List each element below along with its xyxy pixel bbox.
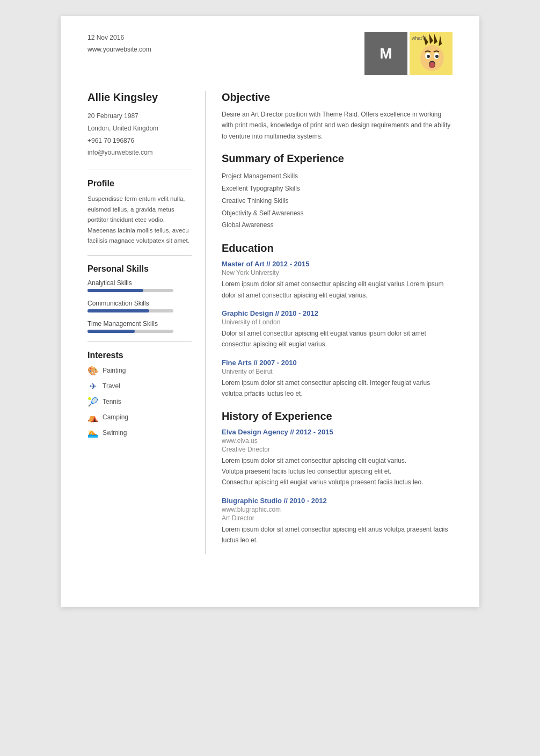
header-meta: 12 Nov 2016 www.yourwebsite.com (87, 32, 151, 55)
divider-2 (87, 255, 192, 256)
summary-item-1: Project Management Skills (222, 170, 453, 183)
history-role-2: Art Director (222, 514, 453, 522)
header-date: 12 Nov 2016 (87, 32, 151, 44)
edu-school-2: University of London (222, 318, 453, 326)
person-dob: 20 February 1987 (87, 110, 192, 122)
summary-list: Project Management Skills Excellent Typo… (222, 170, 453, 231)
profile-text: Suspendisse ferm entum velit nulla, euis… (87, 194, 192, 246)
person-name: Allie Kingsley (87, 91, 192, 104)
svg-point-8 (435, 55, 439, 58)
edu-degree-3: Fine Arts // 2007 - 2010 (222, 359, 453, 367)
skill-label-analytical: Analytical Skills (87, 279, 192, 287)
skill-bar-fill-analytical (87, 289, 143, 292)
edu-desc-3: Lorem ipsum dolor sit amet consecttur ap… (222, 377, 453, 399)
history-role-1: Creative Director (222, 446, 453, 453)
skill-bar-bg-analytical (87, 289, 173, 292)
travel-icon: ✈ (87, 381, 98, 391)
svg-point-10 (429, 62, 435, 68)
summary-item-3: Creative Thinking Skills (222, 195, 453, 207)
summary-item-4: Objectivity & Self Awareness (222, 207, 453, 220)
interest-camping-label: Camping (103, 413, 128, 421)
edu-school-3: Univerity of Beirut (222, 368, 453, 375)
history-desc-2: Lorem ipsum dolor sit amet consecttur ap… (222, 524, 453, 546)
divider-3 (87, 341, 192, 342)
interest-painting: 🎨 Painting (87, 366, 192, 376)
painting-icon: 🎨 (87, 366, 98, 376)
summary-item-5: Global Awareness (222, 219, 453, 231)
svg-marker-1 (429, 33, 433, 44)
interest-travel: ✈ Travel (87, 381, 192, 391)
interests-title: Interests (87, 351, 192, 360)
svg-marker-2 (434, 34, 437, 44)
skill-item-analytical: Analytical Skills (87, 279, 192, 292)
cartoon-svg: what?! (410, 32, 453, 75)
edu-degree-2: Graphic Design // 2010 - 2012 (222, 309, 453, 317)
left-column: Allie Kingsley 20 February 1987 London, … (87, 91, 206, 554)
education-title: Education (222, 242, 453, 255)
skill-item-time: Time Management Skills (87, 320, 192, 333)
divider-1 (87, 170, 192, 170)
edu-desc-1: Lorem ipsum dolor sit amet consecttur ap… (222, 279, 453, 301)
svg-marker-3 (439, 35, 442, 46)
interests-list: 🎨 Painting ✈ Travel 🎾 Tennis ⛺ Camping 🏊 (87, 366, 192, 438)
person-phone: +961 70 196876 (87, 135, 192, 147)
edu-desc-2: Dolor sit amet consecttur apiscing elit … (222, 328, 453, 350)
header-monogram: M (364, 32, 407, 75)
history-url-1: www.elva.us (222, 437, 453, 445)
interest-camping: ⛺ Camping (87, 412, 192, 423)
interest-tennis-label: Tennis (103, 398, 121, 405)
history-company-2: Blugraphic Studio // 2010 - 2012 (222, 497, 453, 505)
interest-swimming: 🏊 Swiming (87, 428, 192, 438)
objective-title: Objective (222, 91, 453, 104)
history-title: History of Experience (222, 410, 453, 423)
history-company-1: Elva Design Agency // 2012 - 2015 (222, 428, 453, 436)
header-images: M (364, 32, 453, 75)
interest-swimming-label: Swiming (103, 429, 127, 437)
header: 12 Nov 2016 www.yourwebsite.com M (61, 16, 479, 86)
skill-bar-bg-time (87, 330, 173, 333)
summary-title: Summary of Experience (222, 152, 453, 165)
interest-painting-label: Painting (103, 367, 126, 374)
skill-item-communication: Communication Skills (87, 300, 192, 312)
edu-school-1: New York University (222, 269, 453, 277)
skill-bar-fill-communication (87, 309, 149, 312)
edu-entry-2: Graphic Design // 2010 - 2012 University… (222, 309, 453, 350)
skill-bar-bg-communication (87, 309, 173, 312)
resume-page: 12 Nov 2016 www.yourwebsite.com M (61, 16, 479, 607)
tennis-icon: 🎾 (87, 397, 98, 407)
person-location: London, United Kingdom (87, 122, 192, 135)
history-entry-1: Elva Design Agency // 2012 - 2015 www.el… (222, 428, 453, 488)
interest-tennis: 🎾 Tennis (87, 397, 192, 407)
summary-item-2: Excellent Typography Skills (222, 183, 453, 195)
person-details: 20 February 1987 London, United Kingdom … (87, 110, 192, 159)
right-column: Objective Desire an Art Director positio… (222, 91, 453, 554)
edu-degree-1: Master of Art // 2012 - 2015 (222, 260, 453, 268)
skill-bar-fill-time (87, 330, 135, 333)
skill-label-time: Time Management Skills (87, 320, 192, 328)
svg-point-7 (427, 55, 430, 58)
person-email: info@yourwebsite.com (87, 147, 192, 159)
skill-label-communication: Communication Skills (87, 300, 192, 307)
history-url-2: www.blugraphic.com (222, 506, 453, 513)
svg-text:what?!: what?! (411, 35, 426, 41)
skills-list: Analytical Skills Communication Skills T… (87, 279, 192, 333)
interest-travel-label: Travel (103, 382, 120, 390)
content-area: Allie Kingsley 20 February 1987 London, … (61, 86, 479, 576)
header-cartoon: what?! (410, 32, 453, 75)
objective-text: Desire an Art Director position with The… (222, 109, 453, 142)
history-desc-1: Lorem ipsum dolor sit amet consecttur ap… (222, 455, 453, 488)
edu-entry-1: Master of Art // 2012 - 2015 New York Un… (222, 260, 453, 301)
edu-entry-3: Fine Arts // 2007 - 2010 Univerity of Be… (222, 359, 453, 399)
history-entry-2: Blugraphic Studio // 2010 - 2012 www.blu… (222, 497, 453, 546)
camping-icon: ⛺ (87, 412, 98, 423)
profile-title: Profile (87, 179, 192, 188)
skills-title: Personal Skills (87, 264, 192, 274)
swimming-icon: 🏊 (87, 428, 98, 438)
header-website: www.yourwebsite.com (87, 44, 151, 56)
